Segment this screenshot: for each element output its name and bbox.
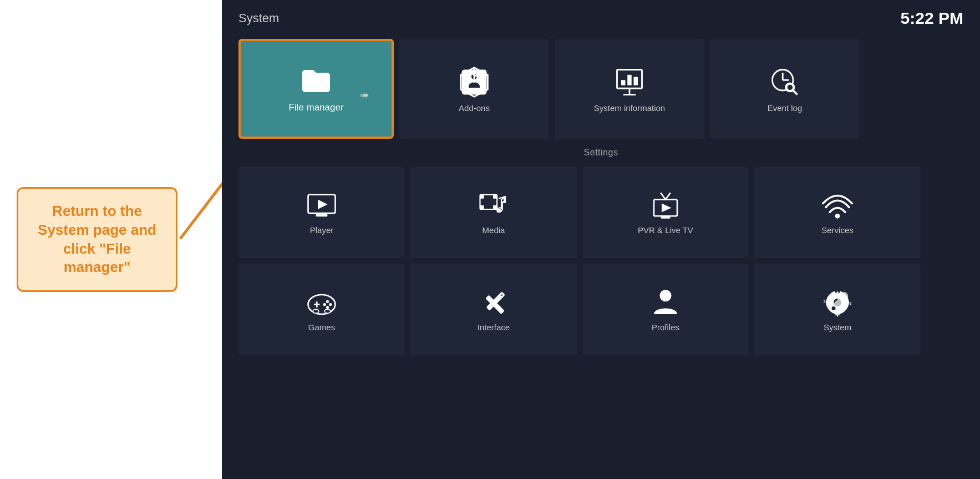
svg-line-25 xyxy=(661,193,666,199)
tile-event-log[interactable]: Event log xyxy=(710,39,860,139)
annotation-box: Return to the System page and click "Fil… xyxy=(17,187,177,292)
tile-system-information[interactable]: System information xyxy=(555,39,704,139)
annotation-text: Return to the System page and click "Fil… xyxy=(34,202,160,277)
tile-profiles[interactable]: Profiles xyxy=(582,264,749,355)
svg-point-37 xyxy=(313,309,319,313)
tile-media[interactable]: Media xyxy=(410,167,577,258)
tile-pvr[interactable]: PVR & Live TV xyxy=(582,167,749,258)
folder-icon xyxy=(299,64,333,98)
kodi-header: System 5:22 PM xyxy=(222,0,980,33)
tile-services-label: Services xyxy=(821,225,854,235)
profiles-icon xyxy=(650,287,681,318)
tile-services[interactable]: Services xyxy=(754,167,921,258)
svg-rect-16 xyxy=(316,214,328,216)
svg-rect-27 xyxy=(661,216,671,218)
tile-add-ons-label: Add-ons xyxy=(459,103,490,113)
svg-point-36 xyxy=(323,303,326,306)
tile-system-settings[interactable]: System xyxy=(754,264,921,355)
clock: 5:22 PM xyxy=(901,9,963,28)
tile-system-settings-label: System xyxy=(824,322,851,332)
tile-games[interactable]: Games xyxy=(238,264,405,355)
player-icon xyxy=(306,190,337,221)
tile-interface[interactable]: Interface xyxy=(410,264,577,355)
services-icon xyxy=(822,190,853,221)
svg-rect-7 xyxy=(634,77,638,85)
svg-point-35 xyxy=(326,306,329,309)
tile-games-label: Games xyxy=(308,322,335,332)
svg-rect-5 xyxy=(621,80,626,85)
kodi-screen: System 5:22 PM File manager ➠ xyxy=(222,0,980,479)
tile-add-ons[interactable]: Add-ons xyxy=(399,39,549,139)
tile-pvr-label: PVR & Live TV xyxy=(638,225,693,235)
settings-row-2: Games Interface Profiles xyxy=(222,264,980,355)
svg-marker-15 xyxy=(318,200,328,210)
media-icon xyxy=(478,190,509,221)
svg-line-26 xyxy=(666,193,671,199)
svg-rect-6 xyxy=(627,74,632,85)
svg-rect-21 xyxy=(493,195,497,199)
eventlog-icon xyxy=(768,65,801,99)
svg-rect-22 xyxy=(493,205,497,209)
interface-icon xyxy=(478,287,509,318)
tile-file-manager[interactable]: File manager ➠ xyxy=(238,39,394,139)
svg-marker-28 xyxy=(662,204,672,213)
svg-point-23 xyxy=(496,209,501,213)
tile-player[interactable]: Player xyxy=(238,167,405,258)
svg-point-33 xyxy=(326,300,329,303)
svg-point-38 xyxy=(324,309,331,313)
cursor-icon: ➠ xyxy=(360,88,369,102)
page-title: System xyxy=(238,11,279,26)
settings-label: Settings xyxy=(238,148,963,158)
svg-point-43 xyxy=(660,290,672,301)
system-settings-icon xyxy=(822,287,853,318)
tile-event-log-label: Event log xyxy=(768,103,803,113)
top-tiles-row: File manager ➠ Add-ons xyxy=(222,33,980,144)
svg-point-34 xyxy=(329,303,332,306)
svg-marker-41 xyxy=(485,309,487,311)
svg-rect-20 xyxy=(480,205,484,209)
left-panel: Return to the System page and click "Fil… xyxy=(0,0,222,479)
games-icon xyxy=(306,287,337,318)
tile-system-information-label: System information xyxy=(594,103,665,113)
settings-row-1: Player Media xyxy=(222,167,980,258)
sysinfo-icon xyxy=(613,65,646,99)
svg-rect-17 xyxy=(311,213,333,214)
tile-player-label: Player xyxy=(310,225,334,235)
addons-box-icon xyxy=(458,65,491,99)
tile-media-label: Media xyxy=(483,225,505,235)
tile-profiles-label: Profiles xyxy=(652,322,679,332)
tile-file-manager-label: File manager xyxy=(288,102,343,113)
tile-interface-label: Interface xyxy=(478,322,510,332)
svg-point-29 xyxy=(835,214,840,219)
pvr-icon xyxy=(650,190,681,221)
settings-section-header: Settings xyxy=(222,144,980,167)
svg-point-45 xyxy=(832,306,836,310)
